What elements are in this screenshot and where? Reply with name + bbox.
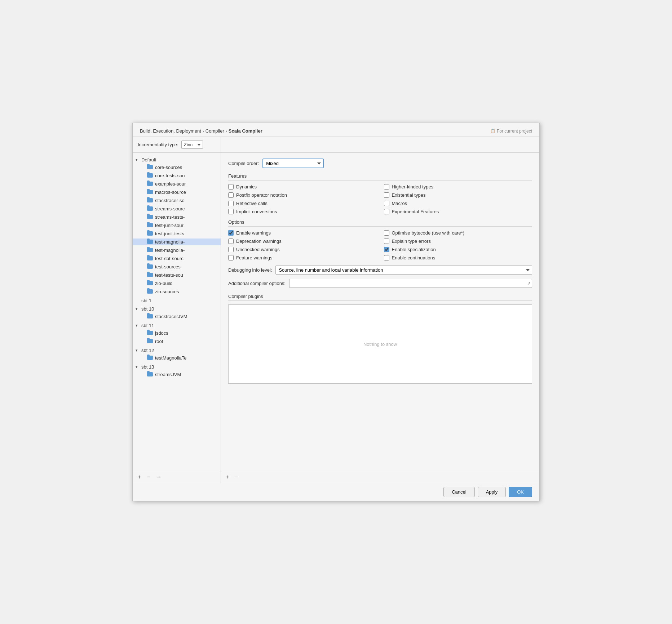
tree-row-sbt12[interactable]: ▾ sbt 12 [133,347,221,354]
tree-row[interactable]: test-junit-sour [133,222,221,229]
tree-row[interactable]: jsdocs [133,330,221,336]
checkbox-existential-label: Existential types [392,192,426,198]
content-remove-button[interactable]: − [233,473,240,481]
apply-button[interactable]: Apply [478,487,506,497]
tree-row[interactable]: test-magnolia- [133,247,221,254]
plugins-empty-label: Nothing to show [363,342,397,347]
checkbox-continuations-input[interactable] [384,255,389,260]
tree-label-sbt10: sbt 10 [141,306,154,312]
compile-order-select[interactable]: Mixed Java then Scala Scala then Java [262,159,324,168]
tree-toggle-sbt12[interactable]: ▾ [136,348,141,353]
content-add-button[interactable]: + [224,473,231,481]
tree-item-sbt11: ▾ sbt 11 jsdocs [133,321,221,346]
navigate-button[interactable]: → [154,473,164,481]
dialog-lower: + − → + − [133,471,539,483]
tree-row[interactable]: streams-tests- [133,214,221,220]
tree-row[interactable]: stacktracer-so [133,197,221,204]
checkbox-feature: Feature warnings [228,255,377,260]
checkbox-macros-label: Macros [392,201,407,206]
additional-compiler-options-input[interactable] [289,279,532,288]
tree-label: zio-sources [155,289,179,294]
tree-row-sbt1[interactable]: sbt 1 [133,297,221,304]
checkbox-macros-input[interactable] [384,201,389,206]
tree-row[interactable]: test-sbt-sourc [133,255,221,262]
checkbox-experimental-input[interactable] [384,209,389,214]
checkbox-enable-warnings-input[interactable] [228,230,234,236]
tree-toggle-default[interactable]: ▾ [136,157,141,162]
folder-icon [147,339,154,344]
tree-row-selected[interactable]: test-magnolia- [133,239,221,245]
checkbox-optimise-input[interactable] [384,230,389,236]
list-item: zio-build [133,279,221,288]
checkbox-feature-input[interactable] [228,255,234,260]
checkbox-higher-kinded-input[interactable] [384,184,389,190]
list-item: test-tests-sou [133,271,221,279]
add-button[interactable]: + [136,473,143,481]
tree-label: core-tests-sou [155,173,185,178]
tree-toggle-sbt13[interactable]: ▾ [136,365,141,369]
ok-button[interactable]: OK [509,487,532,497]
tree-row[interactable]: test-junit-tests [133,230,221,237]
list-item: macros-source [133,188,221,196]
list-item: jsdocs [133,329,221,337]
tree-row[interactable]: macros-source [133,189,221,196]
tree-label-default: Default [141,157,156,162]
tree-row[interactable]: test-tests-sou [133,272,221,278]
tree-label-sbt12: sbt 12 [141,348,154,353]
plugins-section: Compiler plugins Nothing to show [228,294,532,384]
tree-label: test-magnolia- [155,239,185,245]
breadcrumb-part1: Build, Execution, Deployment [140,128,201,134]
checkbox-implicit: Implicit conversions [228,209,377,214]
tree-row[interactable]: core-tests-sou [133,172,221,179]
checkbox-existential: Existential types [384,192,532,198]
incrementality-select[interactable]: Zinc SBT None [181,141,203,149]
tree-row[interactable]: test-sources [133,263,221,270]
checkbox-implicit-input[interactable] [228,209,234,214]
checkbox-experimental: Experimental Features [384,209,532,214]
tree-row[interactable]: stacktracerJVM [133,313,221,320]
folder-icon [147,231,154,236]
folder-icon [147,273,154,278]
expand-icon[interactable]: ↗ [527,281,531,286]
list-item: examples-sour [133,180,221,188]
checkbox-dynamics-input[interactable] [228,184,234,190]
breadcrumb-note: 📋 For current project [490,129,532,134]
tree-row[interactable]: zio-build [133,280,221,287]
tree-row[interactable]: streams-sourc [133,205,221,212]
checkbox-deprecation-input[interactable] [228,239,234,244]
tree-row[interactable]: zio-sources [133,288,221,295]
checkbox-existential-input[interactable] [384,192,389,198]
debug-select[interactable]: Source, line number and local variable i… [275,266,532,275]
checkbox-specialization-label: Enable specialization [392,247,436,252]
tree-row-sbt11[interactable]: ▾ sbt 11 [133,322,221,329]
tree-row[interactable]: testMagnoliaTe [133,355,221,361]
tree-row[interactable]: examples-sour [133,180,221,187]
checkbox-unchecked-input[interactable] [228,247,234,252]
checkbox-dynamics: Dynamics [228,184,377,190]
tree-group-default[interactable]: ▾ Default [133,156,221,163]
tree-toggle-sbt10[interactable]: ▾ [136,307,141,311]
dialog-body: ▾ Default core-sources [133,153,539,471]
tree-row[interactable]: streamsJVM [133,371,221,378]
checkbox-reflective: Reflective calls [228,201,377,206]
tree-row-sbt13[interactable]: ▾ sbt 13 [133,364,221,370]
tree-row-sbt10[interactable]: ▾ sbt 10 [133,306,221,312]
cancel-button[interactable]: Cancel [443,487,474,497]
tree-row[interactable]: root [133,338,221,345]
tree-label: testMagnoliaTe [155,355,186,361]
compile-order-label: Compile order: [228,161,259,166]
tree-row-core-sources[interactable]: core-sources [133,164,221,171]
tree-label: streams-tests- [155,214,185,220]
additional-label: Additional compiler options: [228,281,286,286]
tree-item-sbt1: sbt 1 [133,297,221,305]
checkbox-continuations-label: Enable continuations [392,255,436,260]
checkbox-specialization-input[interactable] [384,247,389,252]
checkbox-unchecked-label: Unchecked warnings [236,247,280,252]
tree-toggle-sbt11[interactable]: ▾ [136,323,141,328]
remove-button[interactable]: − [145,473,152,481]
breadcrumb-part2: Compiler [205,128,224,134]
checkbox-explain-input[interactable] [384,239,389,244]
list-item: streams-tests- [133,213,221,221]
checkbox-reflective-input[interactable] [228,201,234,206]
checkbox-postfix-input[interactable] [228,192,234,198]
